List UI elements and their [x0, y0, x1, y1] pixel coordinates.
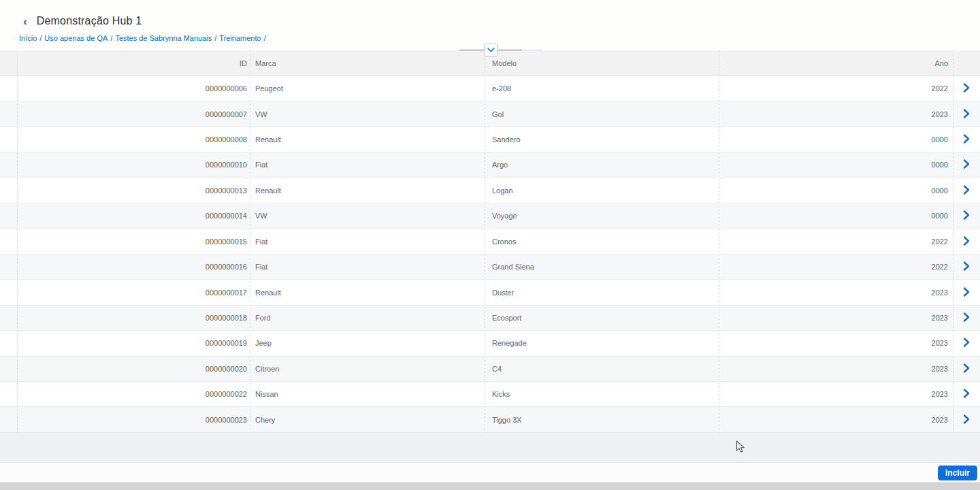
cell-marca: Jeep	[255, 339, 480, 347]
cell-modelo: e-208	[492, 84, 713, 93]
breadcrumb-link[interactable]: Treinamento	[219, 34, 261, 42]
row-chevron-icon[interactable]	[953, 159, 980, 170]
table-row[interactable]: 0000000016 Fiat Grand Siena 2022	[0, 255, 980, 280]
cell-marca: Citroen	[255, 365, 480, 373]
back-icon[interactable]: ‹	[23, 16, 27, 27]
table-row[interactable]: 0000000020 Citroen C4 2023	[0, 357, 980, 382]
row-chevron-icon[interactable]	[953, 363, 980, 374]
cell-ano: 0000	[719, 135, 948, 144]
cell-id: 0000000016	[17, 263, 247, 271]
cell-ano: 2023	[719, 289, 948, 297]
table-row[interactable]: 0000000017 Renault Duster 2023	[0, 280, 980, 305]
bottom-strip	[0, 483, 980, 490]
cell-modelo: Tiggo 3X	[492, 416, 713, 424]
cell-id: 0000000018	[17, 314, 247, 322]
breadcrumb-separator: /	[214, 34, 216, 42]
row-chevron-icon[interactable]	[953, 109, 980, 120]
row-chevron-icon[interactable]	[953, 414, 980, 425]
table-row[interactable]: 0000000006 Peugeot e-208 2022	[0, 76, 980, 101]
cell-marca: Fiat	[255, 161, 480, 169]
cell-modelo: Argo	[492, 161, 713, 169]
table-row[interactable]: 0000000010 Fiat Argo 0000	[0, 152, 980, 178]
cell-id: 0000000020	[17, 365, 247, 373]
cell-id: 0000000019	[17, 339, 247, 347]
cell-id: 0000000008	[17, 135, 247, 144]
row-chevron-icon[interactable]	[953, 185, 980, 196]
breadcrumb-link[interactable]: Início	[19, 34, 37, 42]
cell-marca: VW	[255, 110, 480, 118]
breadcrumb-separator: /	[39, 34, 42, 42]
row-chevron-icon[interactable]	[953, 338, 980, 348]
cell-ano: 2023	[719, 110, 948, 118]
column-header-modelo[interactable]: Modelo	[492, 59, 713, 67]
table-row[interactable]: 0000000018 Ford Ecosport 2023	[0, 306, 980, 331]
cell-modelo: C4	[492, 365, 713, 373]
table-row[interactable]: 0000000014 VW Voyage 0000	[0, 203, 980, 229]
row-chevron-icon[interactable]	[953, 210, 980, 221]
cell-ano: 2023	[719, 416, 948, 424]
row-chevron-icon[interactable]	[953, 134, 980, 145]
cell-modelo: Renegade	[492, 339, 713, 347]
table-row[interactable]: 0000000008 Renault Sandero 0000	[0, 127, 980, 152]
row-chevron-icon[interactable]	[953, 389, 980, 399]
table-row[interactable]: 0000000022 Nissan Kicks 2023	[0, 382, 980, 407]
breadcrumb-link[interactable]: Uso apenas de QA	[44, 34, 108, 42]
cell-marca: Renault	[255, 186, 480, 195]
cell-marca: Ford	[255, 314, 480, 322]
cell-ano: 2023	[719, 365, 948, 373]
cell-ano: 2023	[719, 314, 948, 322]
column-header-ano[interactable]: Ano	[719, 59, 948, 67]
breadcrumb-link[interactable]: Testes de Sabrynna Manuais	[115, 34, 212, 42]
cell-modelo: Cronos	[492, 238, 713, 246]
cell-id: 0000000022	[17, 390, 247, 398]
cell-modelo: Voyage	[492, 212, 713, 220]
cell-ano: 2022	[719, 238, 948, 246]
cell-id: 0000000015	[17, 238, 247, 246]
column-header-marca[interactable]: Marca	[255, 59, 480, 67]
cell-marca: Renault	[255, 135, 480, 144]
cell-ano: 2023	[719, 390, 948, 398]
page-title: Demonstração Hub 1	[37, 15, 142, 27]
table-row[interactable]: 0000000013 Renault Logan 0000	[0, 178, 980, 203]
row-chevron-icon[interactable]	[953, 287, 980, 298]
cell-id: 0000000013	[17, 186, 247, 195]
cell-id: 0000000007	[17, 110, 247, 118]
cell-marca: Fiat	[255, 238, 480, 246]
footer-bar: Incluir	[0, 462, 980, 483]
table-row[interactable]: 0000000015 Fiat Cronos 2022	[0, 229, 980, 255]
table-row[interactable]: 0000000023 Chery Tiggo 3X 2023	[0, 407, 980, 432]
cell-modelo: Kicks	[492, 390, 713, 398]
cell-marca: Renault	[255, 289, 480, 297]
cell-ano: 2022	[719, 84, 948, 93]
row-chevron-icon[interactable]	[953, 236, 980, 247]
row-chevron-icon[interactable]	[953, 312, 980, 323]
cell-marca: Peugeot	[255, 84, 480, 93]
table-row[interactable]: 0000000019 Jeep Renegade 2023	[0, 331, 980, 356]
row-chevron-icon[interactable]	[953, 261, 980, 272]
cell-marca: Nissan	[255, 390, 480, 398]
cell-ano: 2023	[719, 339, 948, 347]
cell-marca: VW	[255, 212, 480, 220]
cell-ano: 2022	[719, 263, 948, 271]
cell-modelo: Duster	[492, 289, 713, 297]
cell-marca: Chery	[255, 416, 480, 424]
cell-modelo: Gol	[492, 110, 713, 118]
cell-id: 0000000023	[17, 416, 247, 424]
cell-id: 0000000017	[17, 289, 247, 297]
breadcrumb-separator: /	[110, 34, 112, 42]
column-header-id[interactable]: ID	[17, 59, 247, 67]
breadcrumb: Início/Uso apenas de QA/Testes de Sabryn…	[19, 34, 269, 42]
cell-ano: 0000	[719, 212, 948, 220]
cell-modelo: Logan	[492, 186, 713, 195]
row-chevron-icon[interactable]	[953, 83, 980, 94]
cell-id: 0000000006	[17, 84, 247, 93]
cell-id: 0000000010	[17, 161, 247, 169]
cell-id: 0000000014	[17, 212, 247, 220]
app-window: ‹ Demonstração Hub 1 Início/Uso apenas d…	[0, 0, 980, 490]
collapse-header-button[interactable]	[484, 44, 498, 56]
chevron-down-icon	[487, 48, 495, 52]
cell-ano: 0000	[719, 161, 948, 169]
content-background	[0, 433, 980, 462]
table-row[interactable]: 0000000007 VW Gol 2023	[0, 101, 980, 127]
incluir-button[interactable]: Incluir	[938, 466, 977, 480]
